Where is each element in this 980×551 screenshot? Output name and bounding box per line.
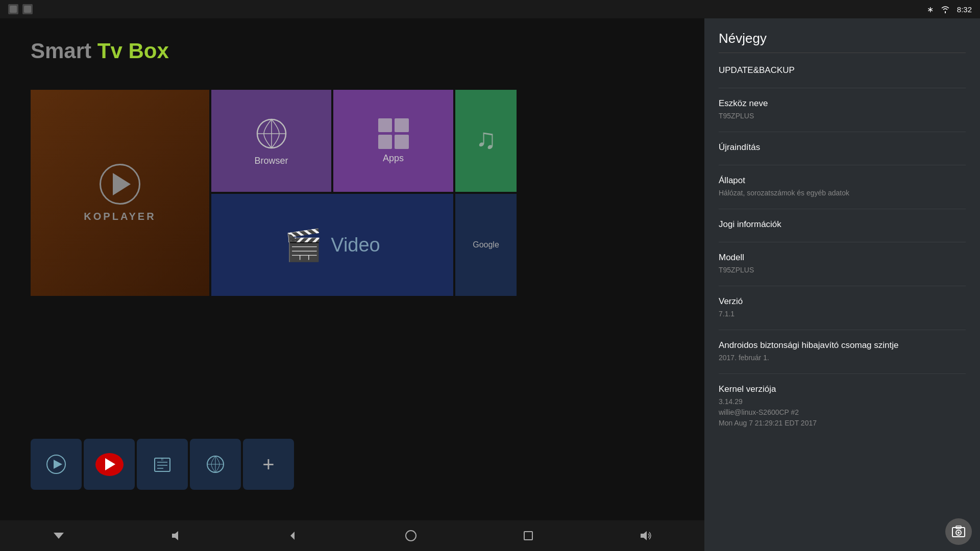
panel-item-security-label: Androidos biztonsági hibajavító csomag s… — [719, 340, 966, 350]
bottom-dock: R + — [31, 439, 294, 490]
panel-item-version-label: Verzió — [719, 296, 966, 307]
nav-btn-back[interactable] — [276, 524, 311, 547]
svg-rect-0 — [10, 6, 17, 13]
kodi-play-icon — [100, 164, 140, 205]
svg-marker-15 — [54, 533, 64, 539]
nav-back-icon — [286, 529, 301, 543]
nav-recents-icon — [521, 529, 535, 543]
apps-cell-1 — [378, 118, 393, 133]
tile-video-inner: 🎬 Video — [284, 227, 380, 263]
panel-item-security[interactable]: Androidos biztonsági hibajavító csomag s… — [719, 340, 966, 374]
tile-google[interactable]: Google — [455, 194, 517, 296]
dock-item-add[interactable]: + — [243, 439, 294, 490]
nav-down-icon — [52, 529, 66, 543]
icon2 — [22, 4, 33, 14]
svg-marker-6 — [54, 460, 62, 469]
panel-item-kernel[interactable]: Kernel verziója 3.14.29willie@linux-S260… — [719, 384, 966, 439]
title-tv: Tv — [91, 39, 128, 63]
status-left-icons — [8, 4, 33, 14]
browser-icon — [254, 116, 289, 152]
nav-btn-recents[interactable] — [511, 524, 546, 547]
panel-item-kernel-label: Kernel verziója — [719, 384, 966, 394]
panel-item-status-label: Állapot — [719, 176, 966, 186]
panel-item-device-name[interactable]: Eszköz neve T95ZPLUS — [719, 98, 966, 132]
panel-item-status[interactable]: Állapot Hálózat, sorozatszámok és egyéb … — [719, 176, 966, 209]
panel-item-security-value: 2017. február 1. — [719, 353, 966, 363]
dock-youtube-play — [105, 458, 115, 470]
video-label: Video — [331, 234, 380, 256]
panel-item-device-name-label: Eszköz neve — [719, 98, 966, 109]
status-time: 8:32 — [957, 5, 972, 14]
svg-marker-16 — [172, 531, 178, 540]
nav-bar — [0, 520, 704, 551]
svg-rect-1 — [24, 6, 31, 13]
svg-marker-20 — [641, 531, 647, 540]
music-note-icon: ♫ — [475, 122, 496, 155]
dock-play-icon — [46, 454, 66, 474]
nav-btn-down[interactable] — [41, 524, 76, 547]
panel-item-restart[interactable]: Újraindítás — [719, 142, 966, 165]
panel-item-device-name-value: T95ZPLUS — [719, 111, 966, 121]
svg-point-24 — [958, 532, 960, 534]
nav-btn-home[interactable] — [394, 524, 428, 547]
panel-item-update[interactable]: UPDATE&BACKUP — [719, 65, 966, 88]
nav-volume-down-icon — [169, 529, 183, 543]
main-content: Smart Tv Box KOPLAYER Browser — [0, 18, 704, 520]
svg-rect-19 — [524, 532, 532, 540]
svg-text:R: R — [161, 458, 164, 461]
title-box: Box — [128, 39, 168, 63]
apps-cell-3 — [378, 135, 393, 149]
nav-btn-volume-down[interactable] — [159, 524, 193, 547]
browser-label: Browser — [254, 156, 288, 166]
apps-grid-icon — [378, 118, 409, 149]
panel-item-kernel-value: 3.14.29willie@linux-S2600CP #2Mon Aug 7 … — [719, 396, 966, 429]
panel-item-update-label: UPDATE&BACKUP — [719, 65, 966, 76]
screenshot-icon — [951, 524, 966, 539]
nav-home-icon — [404, 529, 418, 543]
screenshot-button[interactable] — [945, 518, 972, 545]
dock-item-browser2[interactable] — [190, 439, 241, 490]
apps-cell-4 — [395, 135, 409, 149]
panel-item-model[interactable]: Modell T95ZPLUS — [719, 253, 966, 286]
tile-kodi[interactable]: KOPLAYER — [31, 90, 209, 296]
svg-marker-17 — [290, 532, 295, 540]
status-right-icons: ∗ 8:32 — [927, 5, 972, 14]
apps-cell-2 — [395, 118, 409, 133]
bluetooth-icon: ∗ — [927, 5, 934, 14]
dock-youtube-icon — [95, 453, 124, 476]
nav-volume-up-icon — [639, 529, 653, 543]
panel-title: Névjegy — [719, 31, 966, 53]
tile-apps[interactable]: Apps — [333, 90, 453, 192]
status-bar: ∗ 8:32 — [0, 0, 980, 18]
nav-btn-volume-up[interactable] — [628, 524, 663, 547]
add-icon: + — [262, 453, 274, 476]
apps-label: Apps — [383, 153, 404, 164]
wifi-icon — [940, 5, 951, 13]
right-panel: Névjegy UPDATE&BACKUP Eszköz neve T95ZPL… — [704, 18, 980, 551]
panel-item-legal-label: Jogi információk — [719, 219, 966, 230]
panel-item-version-value: 7.1.1 — [719, 309, 966, 319]
panel-item-model-label: Modell — [719, 253, 966, 263]
panel-item-version[interactable]: Verzió 7.1.1 — [719, 296, 966, 330]
dock-item-youtube[interactable] — [84, 439, 135, 490]
video-clapboard-icon: 🎬 — [284, 227, 323, 263]
tile-music[interactable]: ♫ — [455, 90, 517, 192]
icon1 — [8, 4, 18, 14]
kodi-label: KOPLAYER — [84, 211, 156, 222]
panel-item-status-value: Hálózat, sorozatszámok és egyéb adatok — [719, 188, 966, 198]
smart-tv-title: Smart Tv Box — [0, 18, 704, 79]
tile-browser[interactable]: Browser — [211, 90, 331, 192]
tile-video[interactable]: 🎬 Video — [211, 194, 453, 296]
panel-item-restart-label: Újraindítás — [719, 142, 966, 153]
title-smart: Smart — [31, 39, 91, 63]
panel-item-legal[interactable]: Jogi információk — [719, 219, 966, 242]
google-label: Google — [473, 240, 499, 249]
svg-point-18 — [406, 531, 416, 541]
dock-browser-icon — [205, 454, 226, 474]
panel-item-model-value: T95ZPLUS — [719, 265, 966, 276]
dock-files-icon: R — [152, 454, 173, 474]
dock-item-files[interactable]: R — [137, 439, 188, 490]
dock-item-player[interactable] — [31, 439, 82, 490]
app-grid: KOPLAYER Browser Apps ♫ — [31, 90, 704, 296]
kodi-play-triangle — [113, 173, 131, 195]
